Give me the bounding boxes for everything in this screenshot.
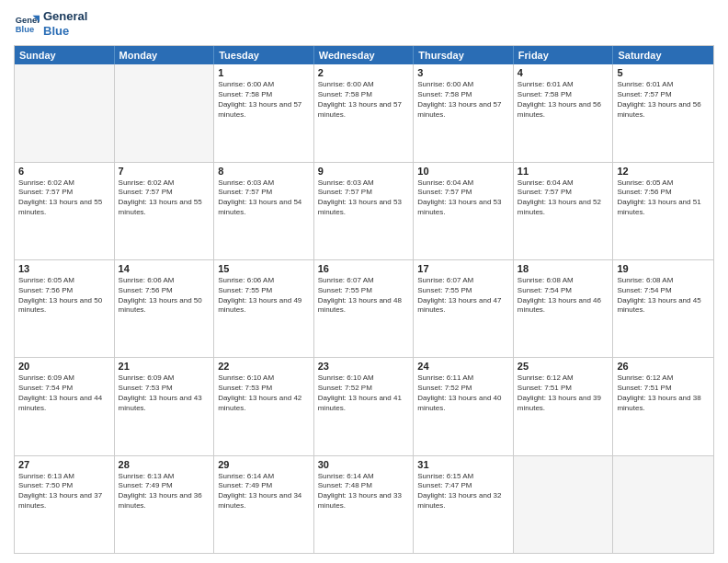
day-number: 7 <box>119 166 210 177</box>
day-number: 28 <box>119 459 210 470</box>
day-cell-30: 30Sunrise: 6:14 AM Sunset: 7:48 PM Dayli… <box>314 456 415 553</box>
day-info: Sunrise: 6:14 AM Sunset: 7:49 PM Dayligh… <box>218 472 310 511</box>
day-cell-12: 12Sunrise: 6:05 AM Sunset: 7:56 PM Dayli… <box>613 163 713 259</box>
logo-general: General <box>43 9 87 24</box>
day-number: 24 <box>417 361 509 372</box>
day-info: Sunrise: 6:08 AM Sunset: 7:54 PM Dayligh… <box>617 276 710 316</box>
day-number: 13 <box>18 263 110 274</box>
empty-cell <box>613 456 713 553</box>
day-info: Sunrise: 6:11 AM Sunset: 7:52 PM Dayligh… <box>417 373 509 413</box>
day-number: 20 <box>18 361 110 372</box>
day-number: 2 <box>318 67 410 78</box>
day-info: Sunrise: 6:09 AM Sunset: 7:54 PM Dayligh… <box>18 373 110 413</box>
weekday-header-sunday: Sunday <box>15 46 115 64</box>
day-info: Sunrise: 6:06 AM Sunset: 7:56 PM Dayligh… <box>119 276 210 316</box>
day-number: 6 <box>18 166 110 177</box>
day-info: Sunrise: 6:04 AM Sunset: 7:57 PM Dayligh… <box>518 178 609 218</box>
day-number: 18 <box>518 263 609 274</box>
day-info: Sunrise: 6:02 AM Sunset: 7:57 PM Dayligh… <box>18 178 110 218</box>
day-cell-26: 26Sunrise: 6:12 AM Sunset: 7:51 PM Dayli… <box>613 358 713 454</box>
day-number: 31 <box>417 459 509 470</box>
day-cell-3: 3Sunrise: 6:00 AM Sunset: 7:58 PM Daylig… <box>414 64 514 161</box>
day-cell-25: 25Sunrise: 6:12 AM Sunset: 7:51 PM Dayli… <box>514 358 614 454</box>
day-number: 19 <box>617 263 710 274</box>
day-cell-29: 29Sunrise: 6:14 AM Sunset: 7:49 PM Dayli… <box>214 456 314 553</box>
day-number: 21 <box>119 361 210 372</box>
day-info: Sunrise: 6:13 AM Sunset: 7:49 PM Dayligh… <box>119 472 210 511</box>
calendar: SundayMondayTuesdayWednesdayThursdayFrid… <box>14 45 714 554</box>
day-number: 8 <box>218 166 310 177</box>
day-number: 29 <box>218 459 310 470</box>
day-info: Sunrise: 6:05 AM Sunset: 7:56 PM Dayligh… <box>18 276 110 316</box>
day-info: Sunrise: 6:08 AM Sunset: 7:54 PM Dayligh… <box>518 276 609 316</box>
day-info: Sunrise: 6:01 AM Sunset: 7:57 PM Dayligh… <box>617 80 710 120</box>
day-number: 12 <box>617 166 710 177</box>
day-number: 25 <box>518 361 609 372</box>
empty-cell <box>15 64 115 161</box>
day-number: 11 <box>518 166 609 177</box>
day-cell-4: 4Sunrise: 6:01 AM Sunset: 7:58 PM Daylig… <box>514 64 614 161</box>
day-info: Sunrise: 6:09 AM Sunset: 7:53 PM Dayligh… <box>119 373 210 413</box>
weekday-header-monday: Monday <box>115 46 215 64</box>
day-cell-6: 6Sunrise: 6:02 AM Sunset: 7:57 PM Daylig… <box>15 163 115 259</box>
day-info: Sunrise: 6:00 AM Sunset: 7:58 PM Dayligh… <box>318 80 410 120</box>
weekday-header-saturday: Saturday <box>613 46 713 64</box>
day-number: 5 <box>617 67 710 78</box>
weekday-header-thursday: Thursday <box>414 46 514 64</box>
day-cell-5: 5Sunrise: 6:01 AM Sunset: 7:57 PM Daylig… <box>613 64 713 161</box>
day-number: 26 <box>617 361 710 372</box>
day-info: Sunrise: 6:01 AM Sunset: 7:58 PM Dayligh… <box>518 80 609 120</box>
day-cell-13: 13Sunrise: 6:05 AM Sunset: 7:56 PM Dayli… <box>15 260 115 357</box>
day-cell-19: 19Sunrise: 6:08 AM Sunset: 7:54 PM Dayli… <box>613 260 713 357</box>
day-cell-17: 17Sunrise: 6:07 AM Sunset: 7:55 PM Dayli… <box>414 260 514 357</box>
day-number: 27 <box>18 459 110 470</box>
empty-cell <box>115 64 215 161</box>
day-number: 17 <box>417 263 509 274</box>
day-number: 10 <box>417 166 509 177</box>
logo: General Blue General Blue <box>14 9 87 38</box>
day-info: Sunrise: 6:06 AM Sunset: 7:55 PM Dayligh… <box>218 276 310 316</box>
day-info: Sunrise: 6:10 AM Sunset: 7:52 PM Dayligh… <box>318 373 410 413</box>
page: General Blue General Blue SundayMondayTu… <box>0 0 728 563</box>
day-info: Sunrise: 6:10 AM Sunset: 7:53 PM Dayligh… <box>218 373 310 413</box>
day-info: Sunrise: 6:15 AM Sunset: 7:47 PM Dayligh… <box>417 472 509 511</box>
day-cell-14: 14Sunrise: 6:06 AM Sunset: 7:56 PM Dayli… <box>115 260 215 357</box>
day-number: 1 <box>218 67 310 78</box>
day-cell-2: 2Sunrise: 6:00 AM Sunset: 7:58 PM Daylig… <box>314 64 415 161</box>
day-cell-24: 24Sunrise: 6:11 AM Sunset: 7:52 PM Dayli… <box>414 358 514 454</box>
day-cell-27: 27Sunrise: 6:13 AM Sunset: 7:50 PM Dayli… <box>15 456 115 553</box>
empty-cell <box>514 456 614 553</box>
calendar-body: 1Sunrise: 6:00 AM Sunset: 7:58 PM Daylig… <box>15 64 713 553</box>
day-cell-1: 1Sunrise: 6:00 AM Sunset: 7:58 PM Daylig… <box>214 64 314 161</box>
calendar-row-1: 1Sunrise: 6:00 AM Sunset: 7:58 PM Daylig… <box>15 64 713 162</box>
day-cell-18: 18Sunrise: 6:08 AM Sunset: 7:54 PM Dayli… <box>514 260 614 357</box>
day-info: Sunrise: 6:03 AM Sunset: 7:57 PM Dayligh… <box>218 178 310 218</box>
day-cell-9: 9Sunrise: 6:03 AM Sunset: 7:57 PM Daylig… <box>314 163 415 259</box>
day-number: 4 <box>518 67 609 78</box>
day-cell-28: 28Sunrise: 6:13 AM Sunset: 7:49 PM Dayli… <box>115 456 215 553</box>
day-info: Sunrise: 6:03 AM Sunset: 7:57 PM Dayligh… <box>318 178 410 218</box>
day-number: 30 <box>318 459 410 470</box>
day-info: Sunrise: 6:02 AM Sunset: 7:57 PM Dayligh… <box>119 178 210 218</box>
day-cell-8: 8Sunrise: 6:03 AM Sunset: 7:57 PM Daylig… <box>214 163 314 259</box>
day-info: Sunrise: 6:05 AM Sunset: 7:56 PM Dayligh… <box>617 178 710 218</box>
day-cell-7: 7Sunrise: 6:02 AM Sunset: 7:57 PM Daylig… <box>115 163 215 259</box>
day-cell-11: 11Sunrise: 6:04 AM Sunset: 7:57 PM Dayli… <box>514 163 614 259</box>
day-number: 14 <box>119 263 210 274</box>
logo-blue: Blue <box>43 24 87 39</box>
calendar-header: SundayMondayTuesdayWednesdayThursdayFrid… <box>15 46 713 64</box>
calendar-row-5: 27Sunrise: 6:13 AM Sunset: 7:50 PM Dayli… <box>15 456 713 553</box>
svg-text:Blue: Blue <box>16 25 34 34</box>
day-cell-10: 10Sunrise: 6:04 AM Sunset: 7:57 PM Dayli… <box>414 163 514 259</box>
weekday-header-friday: Friday <box>514 46 614 64</box>
weekday-header-tuesday: Tuesday <box>214 46 314 64</box>
calendar-row-4: 20Sunrise: 6:09 AM Sunset: 7:54 PM Dayli… <box>15 358 713 455</box>
day-cell-15: 15Sunrise: 6:06 AM Sunset: 7:55 PM Dayli… <box>214 260 314 357</box>
day-info: Sunrise: 6:07 AM Sunset: 7:55 PM Dayligh… <box>417 276 509 316</box>
logo-icon: General Blue <box>14 11 40 37</box>
day-info: Sunrise: 6:00 AM Sunset: 7:58 PM Dayligh… <box>417 80 509 120</box>
day-cell-20: 20Sunrise: 6:09 AM Sunset: 7:54 PM Dayli… <box>15 358 115 454</box>
weekday-header-wednesday: Wednesday <box>314 46 415 64</box>
day-cell-21: 21Sunrise: 6:09 AM Sunset: 7:53 PM Dayli… <box>115 358 215 454</box>
day-number: 3 <box>417 67 509 78</box>
